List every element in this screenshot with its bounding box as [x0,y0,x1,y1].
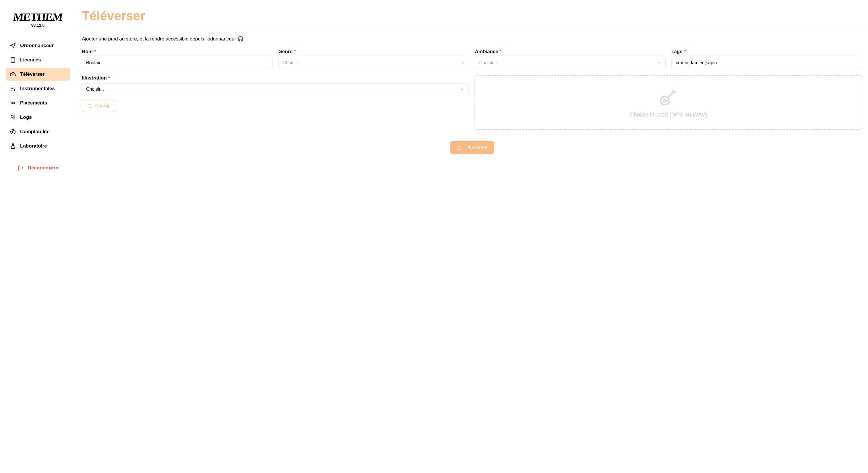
label-nom-text: Nom [82,49,93,54]
file-dropzone[interactable]: Choisis ta prod (MP3 ou WAV) [474,75,863,130]
document-icon [10,57,16,63]
sidebar-item-label: Instrumentales [20,86,55,92]
label-tags-text: Tags [671,49,682,54]
sidebar-item-laboratoire[interactable]: Laboratoire [6,139,70,153]
sidebar-item-comptabilite[interactable]: Comptabilité [6,125,70,138]
select-ambiance-placeholder: Choisir... [479,60,497,65]
sidebar-item-ordonnanceur[interactable]: Ordonnanceur [6,39,70,52]
label-illustration: Illustration * [82,75,469,81]
sidebar-item-label: Licences [20,57,41,63]
label-illustration-text: Illustration [82,75,107,81]
required-star: * [108,75,110,81]
sidebar-item-label: Logs [20,115,32,120]
dropzone-text: Choisis ta prod (MP3 ou WAV) [629,112,707,118]
sidebar-item-label: Placements [20,100,48,106]
guitar-icon [658,87,678,107]
choose-file-label: Choisir [95,103,110,108]
upload-icon [456,145,462,150]
field-genre: Genre * Choisir... [278,49,469,69]
logout-label: Déconnexion [28,165,59,171]
field-ambiance: Ambiance * Choisir... [475,49,666,69]
field-nom: Nom * [82,49,273,69]
sidebar-item-label: Ordonnanceur [20,43,54,49]
select-ambiance[interactable]: Choisir... [475,57,666,69]
svg-point-4 [661,96,669,105]
sidebar-item-label: Laboratoire [20,143,47,149]
sidebar: METHEM v3.12.0 Ordonnanceur Licences T [0,0,76,473]
sidebar-item-label: Comptabilité [20,129,50,135]
select-genre[interactable]: Choisir... [278,57,469,69]
select-illustration-placeholder: Choisir... [86,87,104,92]
submit-button[interactable]: Téléverser [450,141,494,154]
submit-button-label: Téléverser [464,145,487,150]
chevron-down-icon [657,61,661,65]
sidebar-item-logs[interactable]: Logs [6,111,70,124]
sidebar-item-instrumentales[interactable]: Instrumentales [6,82,70,95]
paragraph-icon [10,114,16,121]
upload-icon [87,103,92,108]
logout-section: Déconnexion [6,161,70,175]
input-tags[interactable] [671,57,862,69]
select-illustration[interactable]: Choisir... [82,83,469,95]
logout-button[interactable]: Déconnexion [6,161,70,175]
label-ambiance: Ambiance * [475,49,666,55]
label-genre-text: Genre [278,49,292,54]
label-tags: Tags * [671,49,862,55]
brand-block: METHEM v3.12.0 [6,11,70,28]
required-star: * [499,49,501,54]
form-row-2: Illustration * Choisir... Choisir Choisi… [82,75,862,130]
divider [76,29,868,29]
sidebar-item-licences[interactable]: Licences [6,53,70,67]
page-title: Téléverser [82,9,862,23]
required-star: * [294,49,296,54]
chevron-down-icon [460,87,464,92]
page-subtitle: Ajouter une prod au store, et la rendre … [82,36,862,42]
sidebar-item-placements[interactable]: Placements [6,96,70,109]
label-nom: Nom * [82,49,273,55]
select-genre-placeholder: Choisir... [283,60,301,65]
brand-logo: METHEM [5,11,70,22]
label-ambiance-text: Ambiance [475,49,498,54]
music-list-icon [10,86,16,92]
euro-icon [10,129,16,135]
sidebar-item-televerser[interactable]: Téléverser [6,68,70,81]
logout-icon [18,165,24,171]
required-star: * [684,49,686,54]
choose-file-button[interactable]: Choisir [82,100,115,112]
sidebar-item-label: Téléverser [20,71,44,77]
illustration-column: Illustration * Choisir... Choisir [82,75,469,112]
label-genre: Genre * [278,49,469,55]
sidebar-nav: Ordonnanceur Licences Téléverser Instrum… [6,39,70,153]
svg-point-3 [11,129,16,134]
field-tags: Tags * [671,49,862,69]
form-row-1: Nom * Genre * Choisir... Ambiance * [82,49,862,69]
svg-point-5 [663,99,666,102]
svg-point-2 [12,102,13,104]
upload-cloud-icon [10,71,16,77]
broadcast-icon [10,100,16,106]
brand-version: v3.12.0 [6,23,70,28]
chevron-down-icon [460,61,465,65]
flask-icon [10,143,16,149]
submit-row: Téléverser [82,141,862,154]
main-content: Téléverser Ajouter une prod au store, et… [76,0,868,473]
required-star: * [94,49,96,54]
input-nom[interactable] [82,57,273,69]
paper-plane-icon [10,42,16,49]
